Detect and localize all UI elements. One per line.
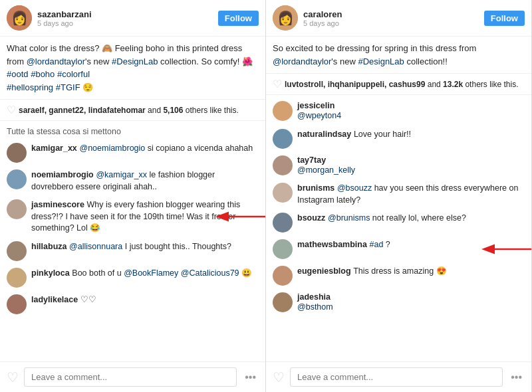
left-comment-input[interactable] bbox=[24, 367, 237, 387]
right-body-eugenies: eugeniesblog This dress is amazing 😍 bbox=[297, 266, 525, 278]
left-username-hilla: hillabuza bbox=[31, 242, 66, 251]
left-tag-boho: #boho bbox=[31, 69, 55, 79]
left-comment-noemiambrogio: noemiambrogio @kamigar_xx le fashion blo… bbox=[0, 166, 265, 196]
right-comment-jadeshia: jadeshia @bsthom bbox=[266, 289, 531, 317]
left-avatar-hilla bbox=[7, 241, 27, 261]
left-body-lady: ladylikelace ♡♡ bbox=[31, 294, 259, 306]
right-body-bsouzz: bsouzz @brunisms not really lol, where e… bbox=[297, 213, 525, 225]
right-body-naturalindsay: naturalindsay Love your hair!! bbox=[297, 129, 525, 141]
left-tag-colorful: #colorful bbox=[57, 69, 90, 79]
left-avatar-kamigar bbox=[7, 143, 27, 163]
left-comment-kamigar: kamigar_xx @noemiambrogio si copiano a v… bbox=[0, 140, 265, 166]
right-comment-brunisms: brunisms @bsouzz hav you seen this dress… bbox=[266, 179, 531, 209]
left-comment-solo: Tutte la stessa cosa si mettono bbox=[0, 124, 265, 140]
right-text-bsouzz: @brunisms not really lol, where else? bbox=[328, 213, 466, 223]
left-username-kamigar: kamigar_xx bbox=[31, 144, 77, 153]
left-tag-tgif: #TGIF bbox=[56, 82, 80, 92]
left-red-arrow-icon bbox=[215, 207, 265, 227]
left-text-kamigar: @noemiambrogio si copiano a vicenda ahah… bbox=[79, 144, 253, 153]
left-post-header: 👩 sazanbarzani 5 days ago Follow bbox=[0, 0, 265, 37]
right-follow-button[interactable]: Follow bbox=[484, 11, 525, 26]
left-follow-button[interactable]: Follow bbox=[218, 11, 259, 26]
right-comment-footer: ♡ ••• bbox=[266, 361, 531, 392]
right-text-jadeshia: @bsthom bbox=[297, 302, 525, 314]
right-username-naturalindsay: naturalindsay bbox=[297, 130, 351, 139]
left-body-hilla: hillabuza @allisonnuara I just bought th… bbox=[31, 241, 259, 253]
left-likes-count: 5,106 bbox=[163, 106, 183, 115]
left-tag-hellospring: #hellospring bbox=[7, 82, 53, 92]
left-username-noemia: noemiambrogio bbox=[31, 170, 94, 179]
left-footer-heart-icon[interactable]: ♡ bbox=[7, 369, 19, 385]
left-comment-jasminescore: jasminescore Why is every fashion blogge… bbox=[0, 196, 265, 238]
left-tag-ootd: #ootd bbox=[7, 69, 29, 79]
left-likes-users: saraelf, gannet22, lindafatehomar bbox=[19, 106, 146, 115]
left-text-lady: ♡♡ bbox=[80, 295, 96, 304]
right-likes-count: 13.2k bbox=[443, 80, 463, 89]
right-avatar-mathews bbox=[273, 239, 293, 259]
right-username: caraloren bbox=[303, 9, 484, 19]
right-comment-bsouzz: bsouzz @brunisms not really lol, where e… bbox=[266, 209, 531, 236]
right-post-caption: So excited to be dressing for spring in … bbox=[266, 37, 531, 74]
left-comment-pinkyloca: pinkyloca Boo both of u @BookFlamey @Cat… bbox=[0, 264, 265, 291]
right-comment-naturalindsay: naturalindsay Love your hair!! bbox=[266, 126, 531, 152]
left-username-lady: ladylikelace bbox=[31, 295, 78, 304]
right-avatar-bsouzz bbox=[273, 213, 293, 233]
right-comments-section: jessicelin @wpeyton4 naturalindsay Love … bbox=[266, 95, 531, 361]
left-more-button[interactable]: ••• bbox=[242, 371, 259, 383]
right-username-jadeshia: jadeshia bbox=[297, 292, 525, 302]
right-likes-text: luvtostroll, ihqhanipuppeli, cashus99 an… bbox=[285, 80, 518, 89]
right-more-button[interactable]: ••• bbox=[508, 371, 525, 383]
right-avatar-eugenies bbox=[273, 266, 293, 286]
left-comment-footer: ♡ ••• bbox=[0, 361, 265, 392]
left-tag-designlab: #DesignLab bbox=[112, 56, 158, 66]
left-timestamp: 5 days ago bbox=[37, 19, 218, 27]
right-avatar-brunisms bbox=[273, 183, 293, 203]
right-body-tay7tay: tay7tay @morgan_kelly bbox=[297, 155, 525, 177]
left-avatar-noemia bbox=[7, 169, 27, 189]
right-text-tay7tay: @morgan_kelly bbox=[297, 165, 525, 177]
right-likes-row: ♡ luvtostroll, ihqhanipuppeli, cashus99 … bbox=[266, 74, 531, 95]
left-avatar-lady bbox=[7, 294, 27, 314]
left-text-pinky: Boo both of u @BookFlamey @Catalicious79… bbox=[72, 268, 252, 278]
left-likes-row: ♡ saraelf, gannet22, lindafatehomar and … bbox=[0, 100, 265, 121]
left-comments-section: Tutte la stessa cosa si mettono kamigar_… bbox=[0, 121, 265, 361]
right-body-jadeshia: jadeshia @bsthom bbox=[297, 292, 525, 314]
left-body-kamigar: kamigar_xx @noemiambrogio si copiano a v… bbox=[31, 143, 259, 155]
right-comment-tay7tay: tay7tay @morgan_kelly bbox=[266, 152, 531, 180]
left-header-info: sazanbarzani 5 days ago bbox=[37, 9, 218, 27]
right-username-jessicelin: jessicelin bbox=[297, 101, 525, 110]
left-post-caption: What color is the dress? 🙈 Feeling boho … bbox=[0, 37, 265, 100]
right-text-mathews: #ad ? bbox=[370, 240, 390, 249]
left-avatar-jasmine bbox=[7, 199, 27, 219]
right-comment-jessicelin: jessicelin @wpeyton4 bbox=[266, 98, 531, 126]
left-comment-hillabuza: hillabuza @allisonnuara I just bought th… bbox=[0, 238, 265, 264]
right-avatar-jadeshia bbox=[273, 292, 293, 312]
right-username-bsouzz: bsouzz bbox=[297, 213, 325, 223]
right-avatar-jessicelin bbox=[273, 101, 293, 121]
right-likes-users: luvtostroll, ihqhanipuppeli, cashus99 bbox=[285, 80, 425, 89]
right-header-info: caraloren 5 days ago bbox=[303, 9, 484, 27]
right-body-brunisms: brunisms @bsouzz hav you seen this dress… bbox=[297, 183, 525, 206]
left-likes-text: saraelf, gannet22, lindafatehomar and 5,… bbox=[19, 106, 239, 115]
left-text-hilla: @allisonnuara I just bought this.. Thoug… bbox=[69, 242, 231, 251]
right-body-jessicelin: jessicelin @wpeyton4 bbox=[297, 101, 525, 122]
left-likes-heart-icon: ♡ bbox=[7, 104, 16, 116]
left-username-pinky: pinkyloca bbox=[31, 268, 70, 278]
left-mention-lordandtaylor: @lordandtaylor bbox=[27, 56, 85, 66]
right-username-eugenies: eugeniesblog bbox=[297, 266, 351, 276]
right-comment-input[interactable] bbox=[290, 367, 503, 387]
left-user-avatar: 👩 bbox=[7, 5, 32, 31]
right-likes-heart-icon: ♡ bbox=[273, 78, 282, 90]
right-user-avatar: 👩 bbox=[273, 5, 298, 31]
left-comment-ladylikelace: ladylikelace ♡♡ bbox=[0, 291, 265, 318]
right-tag-designlab: #DesignLab bbox=[358, 56, 404, 66]
right-post-header: 👩 caraloren 5 days ago Follow bbox=[266, 0, 531, 37]
right-red-arrow-icon bbox=[481, 239, 531, 259]
left-avatar-pinky bbox=[7, 268, 27, 288]
right-username-tay7tay: tay7tay bbox=[297, 155, 525, 165]
right-comment-eugeniesblog: eugeniesblog This dress is amazing 😍 bbox=[266, 262, 531, 289]
left-body-noemia: noemiambrogio @kamigar_xx le fashion blo… bbox=[31, 169, 259, 193]
right-username-brunisms: brunisms bbox=[297, 183, 334, 193]
right-footer-heart-icon[interactable]: ♡ bbox=[273, 369, 285, 385]
right-username-mathews: mathewsbambina bbox=[297, 240, 367, 249]
